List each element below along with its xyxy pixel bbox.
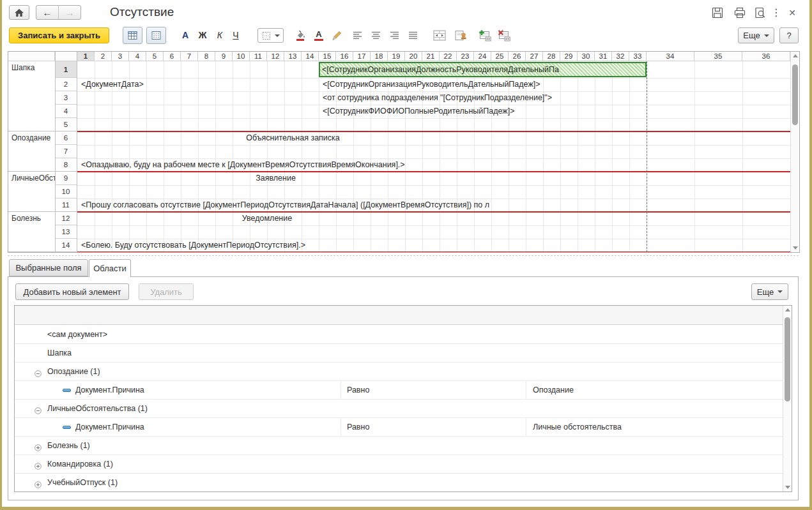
align-right-button[interactable]: [389, 30, 400, 40]
expand-icon[interactable]: [34, 479, 42, 486]
draw-borders-button[interactable]: [330, 29, 344, 42]
save-button[interactable]: [710, 6, 724, 20]
row-header[interactable]: 12: [55, 212, 77, 225]
col-header[interactable]: 36: [742, 52, 790, 61]
col-header[interactable]: 5: [146, 52, 164, 61]
col-header[interactable]: 23: [457, 52, 474, 61]
section-label[interactable]: Опоздание: [8, 131, 55, 172]
col-header[interactable]: 3: [112, 52, 129, 61]
scroll-down-icon[interactable]: [793, 246, 798, 250]
areas-list[interactable]: <сам документ>ШапкаОпоздание (1)Документ…: [14, 305, 792, 492]
col-header[interactable]: 6: [164, 52, 181, 61]
col-header[interactable]: 19: [388, 52, 405, 61]
sheet-cell[interactable]: <Болею. Буду отсутствовать [ДокументПери…: [81, 239, 305, 252]
row-header[interactable]: 7: [55, 145, 77, 158]
close-button[interactable]: ✕: [786, 6, 799, 20]
col-header[interactable]: 25: [491, 52, 509, 61]
row-header[interactable]: 1: [55, 61, 77, 78]
list-scroll-thumb[interactable]: [785, 317, 790, 401]
add-named-row-button[interactable]: [477, 28, 492, 42]
sheet-cell[interactable]: Уведомление: [77, 212, 457, 225]
col-header[interactable]: 4: [129, 52, 146, 61]
save-and-close-button[interactable]: Записать и закрыть: [9, 27, 109, 43]
sheet-cell[interactable]: Объяснительная записка: [77, 131, 509, 145]
row-header[interactable]: 4: [55, 105, 77, 118]
print-button[interactable]: [733, 6, 747, 20]
list-vertical-scrollbar[interactable]: [783, 306, 792, 491]
list-row[interactable]: Болезнь (1): [15, 437, 783, 455]
list-row[interactable]: УчебныйОтпуск (1): [15, 474, 783, 492]
col-header[interactable]: 12: [267, 52, 284, 61]
col-header[interactable]: 14: [302, 52, 319, 61]
section-label[interactable]: Шапка: [8, 61, 55, 131]
back-button[interactable]: ←: [36, 6, 59, 19]
col-header[interactable]: 17: [353, 52, 371, 61]
row-header[interactable]: 11: [55, 199, 77, 212]
expand-icon[interactable]: [34, 442, 42, 449]
list-row[interactable]: <сам документ>: [15, 326, 783, 344]
col-header[interactable]: 30: [578, 52, 595, 61]
col-header[interactable]: 28: [543, 52, 560, 61]
text-color-button[interactable]: А: [312, 29, 326, 42]
col-header[interactable]: 24: [474, 52, 491, 61]
row-header[interactable]: 3: [55, 91, 77, 105]
section-label[interactable]: Болезнь: [8, 212, 55, 252]
section-label[interactable]: ЛичныеОбст: [8, 172, 55, 212]
sheet-corner[interactable]: [55, 52, 77, 61]
underline-button[interactable]: Ч: [228, 28, 243, 42]
scroll-down-icon[interactable]: [785, 486, 790, 489]
align-left-button[interactable]: [352, 30, 363, 40]
borders-dropdown[interactable]: [257, 28, 284, 43]
sheet-cell[interactable]: <[СотрудникОрганизацияРуководительДатель…: [323, 78, 540, 91]
sheet-corner[interactable]: [8, 52, 55, 61]
list-row[interactable]: Шапка: [15, 344, 783, 363]
col-header[interactable]: 1: [77, 52, 95, 61]
col-header[interactable]: 2: [95, 52, 112, 61]
sheet-cell[interactable]: <Прошу согласовать отсутствие [ДокументП…: [81, 199, 648, 212]
selected-cell[interactable]: <[СотрудникОрганизацияДолжностьРуководит…: [319, 62, 647, 77]
col-header[interactable]: 20: [405, 52, 422, 61]
show-grid-toggle[interactable]: [123, 27, 142, 44]
merge-cells-button[interactable]: [432, 28, 447, 42]
col-header[interactable]: 34: [647, 52, 694, 61]
align-justify-button[interactable]: [408, 30, 418, 40]
sheet-vertical-scrollbar[interactable]: [790, 52, 799, 252]
scroll-up-icon[interactable]: [793, 54, 798, 57]
col-header[interactable]: 18: [371, 52, 388, 61]
row-header[interactable]: 6: [55, 131, 77, 145]
row-header[interactable]: 14: [55, 239, 77, 252]
row-header[interactable]: 8: [55, 158, 77, 172]
col-header[interactable]: 21: [422, 52, 440, 61]
delete-button[interactable]: Удалить: [139, 283, 194, 300]
collapse-icon[interactable]: [34, 368, 42, 375]
col-header[interactable]: 35: [694, 52, 742, 61]
row-header[interactable]: 13: [55, 225, 77, 239]
col-header[interactable]: 32: [612, 52, 629, 61]
add-element-button[interactable]: Добавить новый элемент: [15, 283, 129, 300]
row-header[interactable]: 9: [55, 172, 77, 185]
list-row[interactable]: Опоздание (1): [15, 363, 783, 381]
col-header[interactable]: 33: [629, 52, 647, 61]
scroll-up-icon[interactable]: [785, 308, 790, 311]
toolbar-more-button[interactable]: Еще: [738, 27, 774, 43]
expand-icon[interactable]: [34, 461, 42, 468]
named-area-button[interactable]: [453, 28, 468, 42]
print-preview-button[interactable]: [753, 6, 767, 20]
list-row[interactable]: Документ.ПричинаРавноЛичные обстоятельст…: [15, 418, 783, 437]
col-header[interactable]: 8: [198, 52, 215, 61]
home-button[interactable]: [9, 5, 29, 20]
sheet-scroll-thumb[interactable]: [792, 64, 798, 125]
col-header[interactable]: 7: [181, 52, 198, 61]
row-header[interactable]: 10: [55, 185, 77, 199]
tab-selected-fields[interactable]: Выбранные поля: [9, 259, 88, 276]
list-row[interactable]: Командировка (1): [15, 455, 783, 474]
col-header[interactable]: 22: [440, 52, 457, 61]
panel-more-button[interactable]: Еще: [751, 283, 788, 300]
forward-button[interactable]: →: [59, 6, 80, 19]
font-button[interactable]: А: [178, 28, 193, 42]
list-row[interactable]: ЛичныеОбстоятельства (1): [15, 400, 783, 418]
col-header[interactable]: 9: [215, 52, 233, 61]
col-header[interactable]: 27: [526, 52, 543, 61]
sheet[interactable]: 1234567891011121314151617181920212223242…: [8, 51, 800, 253]
list-row[interactable]: Документ.ПричинаРавноОпоздание: [15, 381, 783, 400]
